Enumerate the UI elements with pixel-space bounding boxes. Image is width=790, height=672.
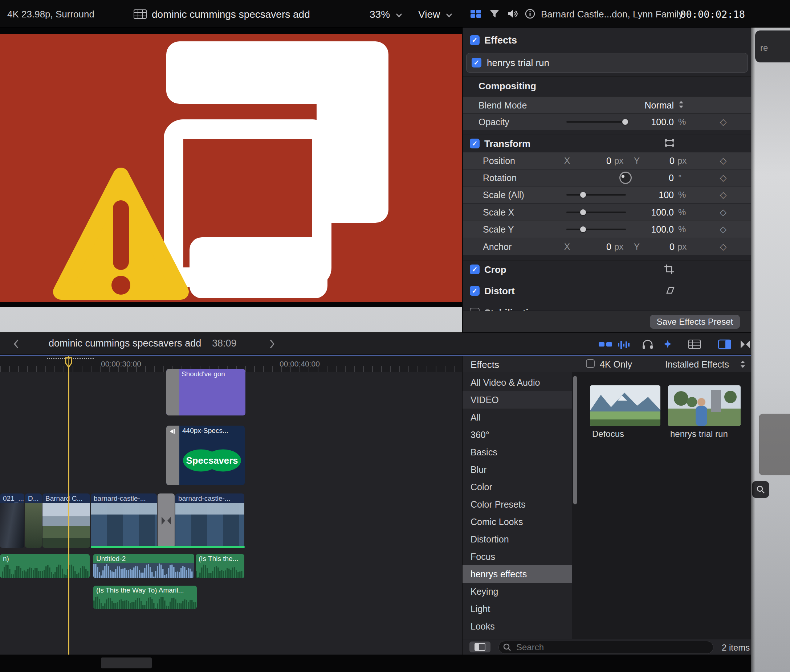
sidebar-scrollbar[interactable] [573,376,577,504]
trim-handle[interactable] [166,426,179,485]
effects-checkbox[interactable]: ✓ [470,35,479,45]
playhead[interactable] [68,356,69,654]
category-light[interactable]: Light [463,600,572,618]
audio-fade-icon[interactable] [598,340,613,350]
opacity-slider-thumb[interactable] [622,119,628,125]
effect-item-row[interactable]: ✓ henrys trial run [466,53,748,72]
category-distortion[interactable]: Distortion [463,531,572,548]
video-inspector-icon[interactable] [470,9,482,20]
category-focus[interactable]: Focus [463,548,572,565]
position-x-value[interactable]: 0 [583,156,611,166]
effect-enabled-checkbox[interactable]: ✓ [472,58,481,67]
category-looks[interactable]: Looks [463,618,572,635]
category-keying[interactable]: Keying [463,583,572,600]
keyframe-diamond-icon[interactable]: ◇ [717,242,730,252]
view-menu[interactable]: View [418,9,440,20]
rotation-value[interactable]: 0 [633,173,674,183]
forward-chevron-icon[interactable] [269,339,275,350]
category-basics[interactable]: Basics [463,443,572,461]
scale-y-slider[interactable] [566,229,626,230]
chevron-down-icon[interactable] [446,12,452,19]
keyframe-diamond-icon[interactable]: ◇ [717,156,730,166]
category-comic-looks[interactable]: Comic Looks [463,513,572,531]
category-henrys-effects[interactable]: henrys effects [463,565,572,583]
horizontal-scrollbar[interactable] [101,658,152,668]
headphones-icon[interactable] [642,339,654,350]
video-clip[interactable]: barnard-castle-... [91,493,157,548]
transform-icon[interactable] [663,138,675,149]
chevron-down-icon[interactable] [396,12,402,19]
zoom-level[interactable]: 33% [370,9,390,20]
keyframe-diamond-icon[interactable]: ◇ [717,173,730,183]
category-360[interactable]: 360° [463,426,572,443]
timeline-project-title[interactable]: dominic cummings specsavers add [49,338,201,349]
skimming-icon[interactable] [662,339,673,351]
scale-x-slider[interactable] [566,211,626,213]
audio-clip[interactable]: n) [0,554,90,578]
category-color[interactable]: Color [463,478,572,496]
scale-all-label: Scale (All) [483,190,524,200]
distort-icon[interactable] [663,286,675,296]
scale-x-value[interactable]: 100.0 [633,207,674,218]
scale-y-value[interactable]: 100.0 [633,224,674,235]
category-blur[interactable]: Blur [463,461,572,478]
position-y-value[interactable]: 0 [646,156,675,166]
crop-section-header: ✓ Crop [463,261,751,278]
color-inspector-icon[interactable] [489,9,500,20]
opacity-slider[interactable] [566,121,626,123]
keyframe-diamond-icon[interactable]: ◇ [717,117,730,127]
index-icon[interactable] [688,339,701,351]
logo-clip[interactable]: 440px-Specs... Specsavers [166,426,245,485]
opacity-value[interactable]: 100.0 [633,117,674,127]
transform-header-label: Transform [484,138,530,149]
transition-clip[interactable] [157,493,175,548]
category-color-presets[interactable]: Color Presets [463,496,572,513]
playhead-handle[interactable] [64,357,73,368]
timeline-divider-line[interactable] [0,355,751,356]
blend-mode-stepper-icon[interactable] [678,100,684,110]
video-clip[interactable]: 021_... [0,493,24,548]
scale-all-value[interactable]: 100 [633,190,674,200]
save-effects-preset-button[interactable]: Save Effects Preset [650,315,740,329]
four-k-only-checkbox[interactable] [586,359,595,368]
scale-x-slider-thumb[interactable] [580,210,586,215]
crop-icon[interactable] [663,264,675,275]
anchor-y-value[interactable]: 0 [646,241,675,252]
audio-clip[interactable]: (Is This the Way To) Amaril... [93,586,197,609]
rotation-dial[interactable] [619,172,632,184]
installed-effects-stepper-icon[interactable] [740,360,746,370]
search-input[interactable] [498,641,713,654]
scale-all-slider-thumb[interactable] [580,192,586,198]
stabilization-checkbox[interactable] [470,308,479,311]
category-all[interactable]: All [463,408,572,426]
scale-y-slider-thumb[interactable] [580,226,586,232]
browser-toggle-icon[interactable] [718,339,731,351]
crop-checkbox[interactable]: ✓ [470,264,479,274]
transitions-browser-icon[interactable] [740,340,751,350]
info-inspector-icon[interactable] [525,9,535,20]
sidebar-toggle-button[interactable] [470,642,490,653]
keyframe-diamond-icon[interactable]: ◇ [717,207,730,218]
video-clip[interactable]: barnard-castle-... [175,493,244,548]
video-clip[interactable]: Barnard C... [42,493,90,548]
blend-mode-value[interactable]: Normal [609,100,674,110]
title-clip[interactable]: Should've gon [166,369,245,416]
keyframe-diamond-icon[interactable]: ◇ [717,224,730,234]
effect-thumbnail-henrys-trial-run[interactable] [668,386,740,426]
audio-clip[interactable]: (Is This the... [195,554,244,578]
transform-checkbox[interactable]: ✓ [470,139,479,149]
category-all-video-audio[interactable]: All Video & Audio [463,374,572,391]
back-chevron-icon[interactable] [13,339,19,350]
keyframe-diamond-icon[interactable]: ◇ [717,190,730,200]
trim-handle[interactable] [166,369,179,416]
category-video[interactable]: VIDEO [463,391,572,408]
scale-all-slider[interactable] [566,194,626,195]
video-clip[interactable]: D... [25,493,42,548]
distort-checkbox[interactable]: ✓ [470,286,479,296]
installed-effects-filter[interactable]: Installed Effects [665,359,729,370]
effect-thumbnail-defocus[interactable] [590,386,660,426]
audio-clip[interactable]: Untitled-2 [93,554,194,578]
anchor-x-value[interactable]: 0 [583,241,611,252]
audio-lanes-icon[interactable] [617,339,632,351]
audio-inspector-icon[interactable] [507,9,518,20]
